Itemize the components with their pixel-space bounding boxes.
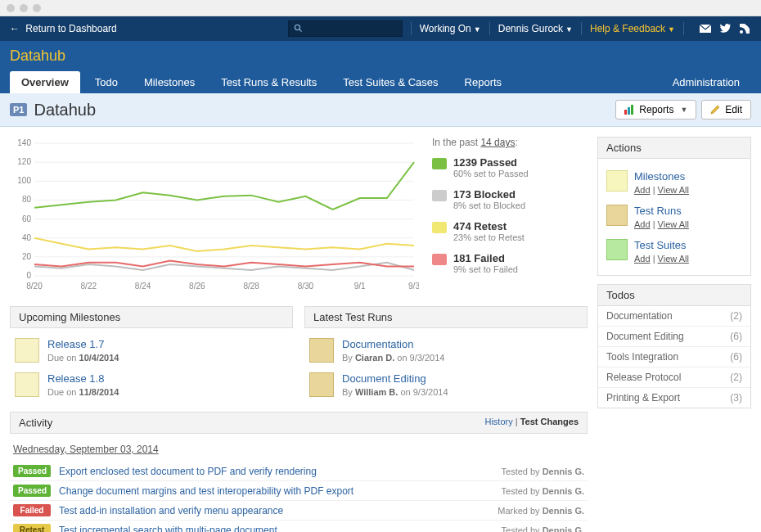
activity-history-link[interactable]: History <box>484 417 512 426</box>
activity-header: Activity History | Test Changes <box>10 412 588 434</box>
action-viewall-link[interactable]: View All <box>658 219 689 229</box>
milestone-title[interactable]: Release 1.8 <box>47 372 104 385</box>
svg-text:120: 120 <box>17 157 31 166</box>
activity-testchanges-link[interactable]: Test Changes <box>520 417 579 426</box>
status-swatch <box>432 222 447 233</box>
twitter-icon[interactable] <box>718 22 732 35</box>
tab-milestones[interactable]: Milestones <box>133 71 206 93</box>
testrun-byline: By William B. on 9/3/2014 <box>342 387 448 397</box>
activity-by: Tested by Dennis G. <box>502 525 584 533</box>
action-add-link[interactable]: Add <box>634 185 651 195</box>
search-icon <box>294 24 303 34</box>
activity-row[interactable]: Passed Export enclosed test document to … <box>10 462 588 480</box>
svg-text:80: 80 <box>22 195 32 204</box>
status-badge: Passed <box>13 465 51 477</box>
tab-testsuites[interactable]: Test Suites & Cases <box>331 71 449 93</box>
caret-down-icon: ▼ <box>565 25 573 34</box>
rss-icon[interactable] <box>738 22 751 35</box>
action-viewall-link[interactable]: View All <box>658 254 689 264</box>
reports-dropdown-button[interactable]: Reports ▼ <box>615 100 696 119</box>
return-label: Return to Dashboard <box>25 23 116 34</box>
activity-desc[interactable]: Export enclosed test document to PDF and… <box>59 466 493 477</box>
pencil-icon <box>710 105 720 115</box>
sidebar-action: Test Suites Add | View All <box>605 234 744 268</box>
tab-overview[interactable]: Overview <box>10 71 80 93</box>
testrun-title[interactable]: Document Editing <box>342 372 426 385</box>
action-label[interactable]: Test Runs <box>634 205 682 217</box>
action-swatch <box>606 170 628 192</box>
help-feedback-menu[interactable]: Help & Feedback▼ <box>590 23 675 34</box>
todo-row[interactable]: Printing & Export (3) <box>598 387 750 408</box>
traffic-light-min[interactable] <box>20 4 28 12</box>
svg-text:8/24: 8/24 <box>135 282 151 291</box>
tab-todo[interactable]: Todo <box>83 71 129 93</box>
testrun-item[interactable]: Documentation By Ciaran D. on 9/3/2014 <box>304 328 588 363</box>
activity-row[interactable]: Failed Test add-in installation and veri… <box>10 500 588 520</box>
caret-down-icon: ▼ <box>680 106 687 114</box>
activity-date: Wednesday, September 03, 2014 <box>10 434 588 462</box>
todo-label: Release Protocol <box>606 372 681 383</box>
svg-text:60: 60 <box>22 214 32 223</box>
mail-icon[interactable] <box>699 22 712 35</box>
action-label[interactable]: Milestones <box>634 170 685 183</box>
activity-desc[interactable]: Test add-in installation and verify menu… <box>59 505 489 516</box>
svg-text:8/28: 8/28 <box>243 282 259 291</box>
traffic-light-close[interactable] <box>7 4 15 12</box>
todo-row[interactable]: Release Protocol (2) <box>598 367 750 387</box>
sidebar-actions-box: Milestones Add | View All Test Runs Add … <box>597 159 751 276</box>
project-badge: P1 <box>10 103 27 116</box>
activity-desc[interactable]: Change document margins and test interop… <box>59 485 493 497</box>
summary-row: 173 Blocked 8% set to Blocked <box>432 188 588 210</box>
svg-line-1 <box>299 29 302 31</box>
traffic-light-max[interactable] <box>33 4 41 12</box>
activity-panel: Activity History | Test Changes Wednesda… <box>10 412 588 532</box>
project-name: Datahub <box>10 47 751 65</box>
action-add-link[interactable]: Add <box>634 254 651 264</box>
status-badge: Failed <box>13 504 51 516</box>
activity-row[interactable]: Passed Change document margins and test … <box>10 480 588 500</box>
milestone-title[interactable]: Release 1.7 <box>47 338 104 350</box>
action-label[interactable]: Test Suites <box>634 239 687 251</box>
summary-sub: 9% set to Failed <box>453 264 518 274</box>
testrun-item[interactable]: Document Editing By William B. on 9/3/20… <box>304 363 588 397</box>
latest-test-runs-header: Latest Test Runs <box>304 306 588 328</box>
svg-text:8/30: 8/30 <box>298 282 314 291</box>
page-title: Datahub <box>34 101 610 119</box>
header: Datahub Overview Todo Milestones Test Ru… <box>0 41 761 93</box>
user-menu[interactable]: Dennis Gurock▼ <box>498 23 573 34</box>
sidebar-actions-header: Actions <box>597 137 751 159</box>
svg-text:140: 140 <box>17 138 31 147</box>
todo-row[interactable]: Document Editing (6) <box>598 326 750 346</box>
testrun-title[interactable]: Documentation <box>342 338 413 350</box>
working-on-menu[interactable]: Working On▼ <box>420 23 481 34</box>
action-add-link[interactable]: Add <box>634 219 651 229</box>
main-panel: 0204060801001201408/208/228/248/268/288/… <box>0 127 597 532</box>
activity-row[interactable]: Retest Test incremental search with mult… <box>10 520 588 532</box>
search-input[interactable] <box>288 20 403 37</box>
activity-desc[interactable]: Test incremental search with multi-page … <box>59 525 493 533</box>
edit-button[interactable]: Edit <box>701 100 751 119</box>
status-swatch <box>432 190 447 201</box>
sidebar-todos-header: Todos <box>597 284 751 306</box>
milestone-item[interactable]: Release 1.7 Due on 10/4/2014 <box>10 328 293 363</box>
tab-administration[interactable]: Administration <box>661 71 751 93</box>
caret-down-icon: ▼ <box>474 25 481 34</box>
todo-row[interactable]: Tools Integration (6) <box>598 346 750 367</box>
tab-reports[interactable]: Reports <box>453 71 514 93</box>
latest-test-runs: Latest Test Runs Documentation By Ciaran… <box>304 306 588 397</box>
svg-point-0 <box>295 25 299 29</box>
activity-by: Tested by Dennis G. <box>502 467 584 476</box>
bar-chart-icon <box>624 105 634 115</box>
return-to-dashboard-link[interactable]: ← Return to Dashboard <box>10 23 117 34</box>
todo-count: (6) <box>730 351 742 363</box>
summary-sub: 23% set to Retest <box>453 232 525 242</box>
todo-label: Documentation <box>606 310 673 322</box>
sidebar: Actions Milestones Add | View All Test R… <box>597 127 761 532</box>
todo-row[interactable]: Documentation (2) <box>598 306 750 326</box>
tab-testruns[interactable]: Test Runs & Results <box>209 71 328 93</box>
milestone-item[interactable]: Release 1.8 Due on 11/8/2014 <box>10 363 293 397</box>
status-swatch <box>432 158 447 169</box>
action-viewall-link[interactable]: View All <box>658 185 689 195</box>
summary-row: 474 Retest 23% set to Retest <box>432 220 588 242</box>
activity-by: Marked by Dennis G. <box>498 506 584 516</box>
